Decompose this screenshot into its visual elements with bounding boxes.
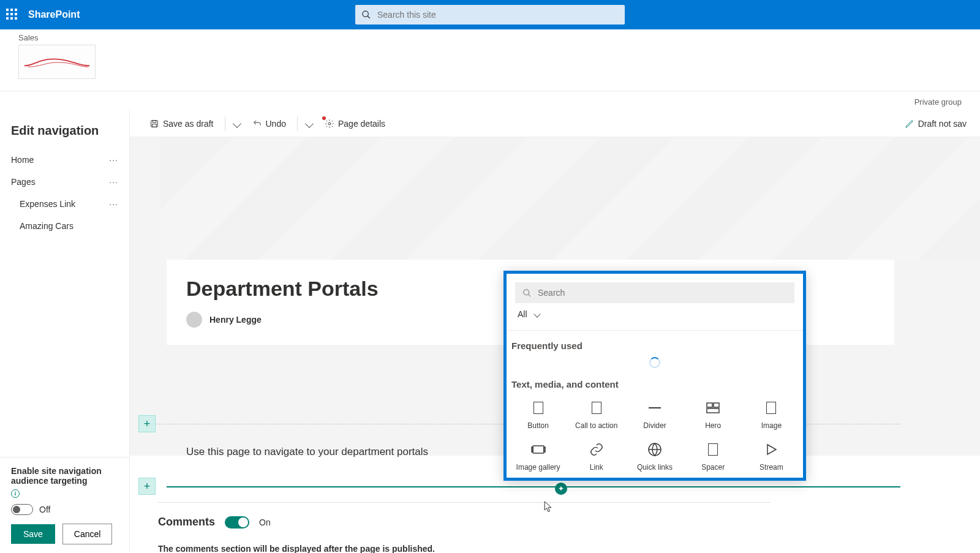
site-header: Sales xyxy=(0,29,980,91)
comments-heading: Comments xyxy=(158,516,215,529)
comments-note: The comments section will be displayed a… xyxy=(158,544,435,553)
comments-header: Comments On xyxy=(158,516,271,529)
mouse-cursor-icon xyxy=(544,501,552,513)
gear-icon xyxy=(325,119,334,129)
site-logo[interactable] xyxy=(18,45,96,79)
save-as-draft-button[interactable]: Save as draft xyxy=(143,115,220,132)
add-section-button[interactable]: + xyxy=(138,415,156,432)
more-icon[interactable]: ··· xyxy=(109,177,118,187)
link-icon xyxy=(589,442,604,457)
search-icon xyxy=(522,288,532,298)
suite-header: SharePoint xyxy=(0,0,980,29)
webpart-call-to-action[interactable]: Call to action xyxy=(567,396,625,434)
webpart-image-gallery[interactable]: Image gallery xyxy=(509,437,567,475)
nav-item-label: Pages xyxy=(11,177,36,187)
undo-icon xyxy=(252,119,262,129)
comments-toggle[interactable] xyxy=(225,516,249,529)
site-search[interactable] xyxy=(355,5,625,24)
more-icon[interactable]: ··· xyxy=(109,199,118,209)
info-icon[interactable]: i xyxy=(11,489,20,498)
nav-item-pages[interactable]: Pages ··· xyxy=(0,171,129,193)
nav-item-label: Amazing Cars xyxy=(20,221,74,231)
app-name: SharePoint xyxy=(28,9,80,20)
site-search-input[interactable] xyxy=(377,10,619,20)
pencil-icon xyxy=(905,119,914,129)
webpart-divider[interactable]: Divider xyxy=(625,396,684,434)
svg-point-6 xyxy=(524,289,529,295)
webpart-spacer[interactable]: Spacer xyxy=(684,437,742,475)
nav-item-amazing-cars[interactable]: Amazing Cars xyxy=(0,215,129,237)
author-name: Henry Legge xyxy=(209,315,262,325)
toggle-on-label: On xyxy=(259,517,271,527)
nav-item-label: Expenses Link xyxy=(20,199,75,209)
picker-search-input[interactable] xyxy=(538,288,787,298)
app-launcher-icon[interactable] xyxy=(6,9,18,21)
site-title: Sales xyxy=(18,33,96,42)
command-bar: Save as draft Undo Page details Draft no… xyxy=(130,110,980,137)
draft-status[interactable]: Draft not sav xyxy=(905,119,967,129)
webpart-button[interactable]: Button xyxy=(509,396,567,434)
picker-filter-dropdown[interactable]: All xyxy=(515,303,794,325)
more-icon[interactable]: ··· xyxy=(109,155,118,165)
svg-rect-13 xyxy=(532,447,533,452)
divider-icon xyxy=(647,401,662,415)
add-section-button[interactable]: + xyxy=(138,478,156,495)
svg-rect-12 xyxy=(533,446,544,453)
audience-targeting-label: Enable site navigation audience targetin… xyxy=(11,466,118,498)
svg-rect-10 xyxy=(714,403,719,407)
notification-dot-icon xyxy=(322,116,326,120)
svg-marker-17 xyxy=(767,445,776,454)
loading-spinner-icon xyxy=(649,357,660,368)
svg-rect-3 xyxy=(153,120,156,122)
hero-icon xyxy=(706,401,720,415)
svg-line-1 xyxy=(368,16,370,18)
play-icon xyxy=(764,442,778,457)
page-canvas: Save as draft Undo Page details Draft no… xyxy=(130,110,980,553)
nav-footer: Enable site navigation audience targetin… xyxy=(0,457,129,553)
svg-rect-11 xyxy=(707,408,719,413)
page-description[interactable]: Use this page to navigate to your depart… xyxy=(186,446,428,458)
chevron-down-icon xyxy=(533,310,540,317)
webpart-hero[interactable]: Hero xyxy=(684,396,742,434)
cancel-button[interactable]: Cancel xyxy=(62,524,113,544)
picker-section-text-media: Text, media, and content xyxy=(511,379,801,389)
avatar-icon[interactable] xyxy=(186,312,202,328)
audience-toggle[interactable] xyxy=(11,504,33,515)
search-icon xyxy=(361,10,371,20)
save-icon xyxy=(149,119,159,129)
undo-button[interactable]: Undo xyxy=(246,115,292,132)
globe-icon xyxy=(647,442,662,457)
picker-section-frequently-used: Frequently used xyxy=(511,340,801,351)
nav-item-home[interactable]: Home ··· xyxy=(0,149,129,171)
svg-line-7 xyxy=(528,294,530,296)
gallery-icon xyxy=(531,442,546,457)
webpart-quick-links[interactable]: Quick links xyxy=(625,437,684,475)
insert-line xyxy=(167,486,900,487)
toggle-off-label: Off xyxy=(39,505,50,514)
add-webpart-button[interactable]: ✦ xyxy=(555,483,567,495)
nav-item-expenses-link[interactable]: Expenses Link ··· xyxy=(0,193,129,215)
svg-point-5 xyxy=(328,122,331,125)
picker-search[interactable] xyxy=(515,282,794,303)
car-logo-icon xyxy=(23,55,91,69)
nav-heading: Edit navigation xyxy=(0,124,129,149)
webpart-link[interactable]: Link xyxy=(567,437,625,475)
group-privacy-label: Private group xyxy=(0,91,980,110)
page-details-button[interactable]: Page details xyxy=(318,115,391,132)
nav-item-label: Home xyxy=(11,155,34,165)
navigation-editor: Edit navigation Home ··· Pages ··· Expen… xyxy=(0,110,130,553)
webpart-picker: All Frequently used Text, media, and con… xyxy=(503,271,806,481)
undo-split-chevron-icon[interactable] xyxy=(305,119,314,127)
header-pattern xyxy=(160,137,980,260)
save-split-chevron-icon[interactable] xyxy=(232,119,241,127)
svg-rect-9 xyxy=(707,403,712,407)
svg-rect-4 xyxy=(153,124,157,127)
save-button[interactable]: Save xyxy=(11,524,55,544)
webpart-stream[interactable]: Stream xyxy=(742,437,801,475)
webpart-image[interactable]: Image xyxy=(742,396,801,434)
svg-point-0 xyxy=(363,11,368,17)
horizontal-rule xyxy=(158,502,771,503)
svg-rect-14 xyxy=(544,447,545,452)
